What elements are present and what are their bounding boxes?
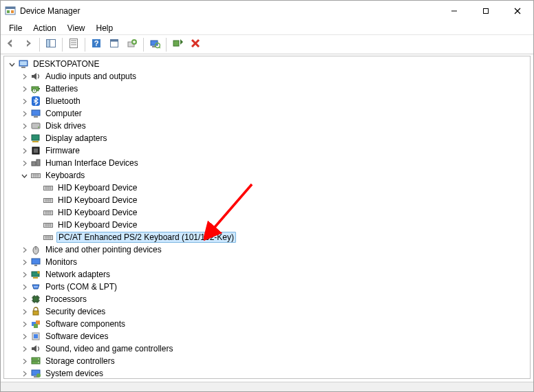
tree-node[interactable]: Software components xyxy=(4,318,530,330)
action-small-button[interactable] xyxy=(106,37,122,52)
tree-node[interactable]: Mice and other pointing devices xyxy=(4,243,530,256)
chevron-right-icon[interactable] xyxy=(19,331,29,341)
chevron-down-icon[interactable] xyxy=(19,171,29,180)
tree-node[interactable]: Human Interface Devices xyxy=(4,157,530,169)
update-driver-icon xyxy=(127,38,138,51)
tree-node[interactable]: HID Keyboard Device xyxy=(4,182,530,194)
tree-node[interactable]: Firmware xyxy=(4,144,530,157)
toolbar-separator xyxy=(143,38,144,52)
tree-node-label: System devices xyxy=(44,369,105,378)
chevron-right-icon[interactable] xyxy=(19,109,29,118)
port-icon xyxy=(30,281,41,292)
minimize-button[interactable] xyxy=(438,1,470,21)
device-tree[interactable]: DESKTOPATONEAudio inputs and outputsBatt… xyxy=(3,56,531,379)
mouse-icon xyxy=(30,244,41,255)
tree-node[interactable]: Security devices xyxy=(4,305,530,318)
menu-action[interactable]: Action xyxy=(28,22,61,34)
svg-rect-38 xyxy=(32,110,40,116)
chevron-right-icon[interactable] xyxy=(19,133,29,143)
tree-node-label: Processors xyxy=(44,294,88,304)
window-controls xyxy=(438,1,533,21)
tree-node-label: Bluetooth xyxy=(44,96,82,106)
svg-rect-47 xyxy=(36,160,40,166)
tree-node[interactable]: Storage controllers xyxy=(4,355,530,367)
tree-node-label: Network adapters xyxy=(44,270,111,279)
tree-node-label: HID Keyboard Device xyxy=(56,195,138,205)
svg-marker-9 xyxy=(27,40,31,47)
chevron-right-icon[interactable] xyxy=(19,282,29,292)
tree-node-label: DESKTOPATONE xyxy=(32,59,100,69)
chevron-right-icon[interactable] xyxy=(19,84,29,94)
svg-rect-106 xyxy=(34,324,38,328)
chevron-right-icon[interactable] xyxy=(19,72,29,81)
tree-node[interactable]: DESKTOPATONE xyxy=(4,58,530,70)
keyboard-icon xyxy=(43,207,54,218)
properties-button[interactable] xyxy=(65,37,82,52)
chevron-right-icon[interactable] xyxy=(19,344,29,353)
chevron-right-icon[interactable] xyxy=(19,121,29,131)
arrow-right-icon xyxy=(23,38,34,51)
chevron-right-icon[interactable] xyxy=(19,356,29,366)
tree-node[interactable]: Bluetooth xyxy=(4,95,530,107)
close-button[interactable] xyxy=(502,1,533,21)
chevron-right-icon[interactable] xyxy=(19,245,29,254)
scan-hardware-icon xyxy=(149,38,160,51)
tree-node[interactable]: HID Keyboard Device xyxy=(4,219,530,231)
tree-node[interactable]: Network adapters xyxy=(4,268,530,281)
svg-text:?: ? xyxy=(94,39,99,47)
svg-marker-27 xyxy=(180,39,183,45)
help-icon: ? xyxy=(91,38,102,51)
tree-node[interactable]: Display adapters xyxy=(4,132,530,144)
security-icon xyxy=(30,306,41,317)
svg-rect-87 xyxy=(34,265,37,266)
chevron-right-icon[interactable] xyxy=(19,307,29,316)
chevron-right-icon[interactable] xyxy=(19,146,29,155)
back-button[interactable] xyxy=(2,37,19,52)
tree-node-label: Ports (COM & LPT) xyxy=(44,282,118,292)
tree-node[interactable]: Computer xyxy=(4,107,530,120)
svg-rect-1 xyxy=(6,7,15,9)
tree-node[interactable]: System devices xyxy=(4,367,530,379)
menu-help[interactable]: Help xyxy=(91,22,119,34)
tree-node[interactable]: Disk drives xyxy=(4,120,530,132)
help-button[interactable]: ? xyxy=(88,37,105,52)
computer-icon xyxy=(30,108,41,119)
scan-hardware-button[interactable] xyxy=(147,37,163,52)
chevron-right-icon[interactable] xyxy=(19,96,29,106)
tree-node[interactable]: Sound, video and game controllers xyxy=(4,342,530,355)
tree-node[interactable]: Audio inputs and outputs xyxy=(4,70,530,83)
tree-node[interactable]: Monitors xyxy=(4,256,530,268)
tree-node[interactable]: HID Keyboard Device xyxy=(4,206,530,219)
chevron-spacer xyxy=(32,183,41,193)
tree-node[interactable]: Ports (COM & LPT) xyxy=(4,281,530,293)
update-driver-button[interactable] xyxy=(124,37,140,52)
maximize-button[interactable] xyxy=(470,1,502,21)
chevron-right-icon[interactable] xyxy=(19,158,29,168)
uninstall-icon xyxy=(190,38,201,51)
uninstall-button[interactable] xyxy=(187,37,204,52)
forward-button[interactable] xyxy=(20,37,36,52)
tree-pane-icon xyxy=(45,38,56,51)
svg-rect-46 xyxy=(32,162,36,166)
tree-node[interactable]: Processors xyxy=(4,293,530,305)
svg-rect-5 xyxy=(484,9,489,14)
tree-node[interactable]: Keyboards xyxy=(4,169,530,182)
add-legacy-button[interactable] xyxy=(169,37,186,52)
tree-node-label: Sound, video and game controllers xyxy=(44,344,174,353)
chevron-right-icon[interactable] xyxy=(19,294,29,304)
tree-node[interactable]: Batteries xyxy=(4,83,530,95)
keyboard-icon xyxy=(30,170,41,181)
chevron-down-icon[interactable] xyxy=(7,59,17,69)
show-hide-tree-button[interactable] xyxy=(43,37,59,52)
menu-view[interactable]: View xyxy=(62,22,91,34)
tree-node[interactable]: Software devices xyxy=(4,330,530,342)
chevron-right-icon[interactable] xyxy=(19,270,29,279)
tree-node[interactable]: PC/AT Enhanced PS/2 Keyboard (101/102-Ke… xyxy=(4,231,530,243)
tree-node[interactable]: HID Keyboard Device xyxy=(4,194,530,206)
chevron-right-icon[interactable] xyxy=(19,319,29,329)
menu-file[interactable]: File xyxy=(3,22,28,34)
window-title: Device Manager xyxy=(20,6,438,16)
svg-rect-31 xyxy=(20,61,27,65)
chevron-right-icon[interactable] xyxy=(19,369,29,378)
chevron-right-icon[interactable] xyxy=(19,257,29,267)
